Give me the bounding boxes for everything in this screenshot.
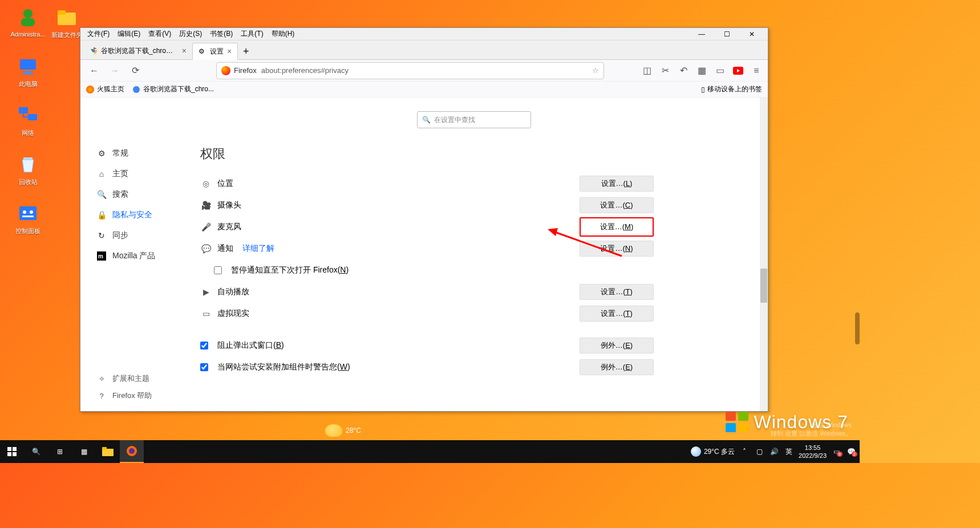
autoplay-settings-button[interactable]: 设置…(T) xyxy=(580,284,654,300)
desktop-icon-network[interactable]: 网络 xyxy=(8,104,48,137)
menu-view[interactable]: 查看(V) xyxy=(145,28,175,40)
sidebar-item-privacy[interactable]: 🔒 隐私与安全 xyxy=(96,205,200,225)
home-icon: ⌂ xyxy=(96,169,107,179)
taskbar-search[interactable]: 🔍 xyxy=(24,440,48,463)
maximize-button[interactable]: ☐ xyxy=(714,28,739,40)
taskbar-explorer[interactable] xyxy=(96,440,120,463)
menu-help[interactable]: 帮助(H) xyxy=(268,28,298,40)
search-icon: 🔍 xyxy=(96,189,107,200)
bookmark-firefox-home[interactable]: 火狐主页 xyxy=(86,84,124,94)
taskbar-apps[interactable]: ▦ xyxy=(72,440,96,463)
tray-weather[interactable]: 29°C 多云 xyxy=(691,446,735,457)
perm-row-camera: 🎥 摄像头 设置…(C) xyxy=(200,194,654,216)
desktop-icon-control[interactable]: 控制面板 xyxy=(8,202,48,235)
svg-rect-7 xyxy=(19,107,28,113)
start-button[interactable] xyxy=(0,440,24,463)
minimize-button[interactable]: — xyxy=(689,28,714,40)
perm-row-autoplay: ▶ 自动播放 设置…(T) xyxy=(200,281,654,303)
desktop-icon-recycle[interactable]: 回收站 xyxy=(8,153,48,186)
sidebar-item-search[interactable]: 🔍 搜索 xyxy=(96,184,200,205)
sidebar-item-help[interactable]: ? Firefox 帮助 xyxy=(96,387,152,404)
taskbar-taskview[interactable]: ⊞ xyxy=(48,440,72,463)
lock-icon: 🔒 xyxy=(96,210,107,220)
perm-row-addon: 当网站尝试安装附加组件时警告您(W) 例外…(E) xyxy=(200,356,654,378)
user-icon xyxy=(17,6,39,29)
settings-search-input[interactable]: 🔍 在设置中查找 xyxy=(417,111,531,128)
tray-volume-icon[interactable]: 🔊 xyxy=(769,446,779,457)
taskbar-firefox[interactable] xyxy=(120,440,144,463)
tray: 29°C 多云 ˄ ▢ 🔊 英 13:55 2022/9/23 ▭ 9 💬 2 xyxy=(691,444,860,460)
popup-exceptions-button[interactable]: 例外…(E) xyxy=(580,338,654,354)
notif-learn-more-link[interactable]: 详细了解 xyxy=(242,243,274,254)
tray-action-center[interactable]: ▭ 9 xyxy=(831,446,841,457)
svg-rect-3 xyxy=(58,10,66,15)
sidebar-item-general[interactable]: ⚙ 常规 xyxy=(96,143,200,164)
chrome-icon xyxy=(132,86,140,94)
content-scrollbar[interactable] xyxy=(760,98,768,411)
tray-chevron-up-icon[interactable]: ˄ xyxy=(739,446,750,457)
menu-tools[interactable]: 工具(T) xyxy=(237,28,266,40)
tray-clock[interactable]: 13:55 2022/9/23 xyxy=(799,444,827,460)
sidebar-item-sync[interactable]: ↻ 同步 xyxy=(96,225,200,246)
svg-rect-22 xyxy=(726,412,736,421)
sidebar-item-extensions[interactable]: ✧ 扩展和主题 xyxy=(96,370,152,387)
tray-messages[interactable]: 💬 2 xyxy=(846,446,856,457)
svg-rect-31 xyxy=(102,447,107,450)
computer-icon xyxy=(17,55,39,78)
apps-icon[interactable]: ▦ xyxy=(696,65,707,76)
bookmark-star-icon[interactable]: ☆ xyxy=(592,66,599,75)
popup-block-checkbox[interactable] xyxy=(200,342,208,350)
notif-settings-button[interactable]: 设置…(N) xyxy=(580,241,654,257)
sidebar-item-home[interactable]: ⌂ 主页 xyxy=(96,164,200,184)
sidebar-toggle-icon[interactable]: ◫ xyxy=(641,65,653,76)
desktop-icon-admin[interactable]: Administra... xyxy=(8,6,48,38)
menu-history[interactable]: 历史(S) xyxy=(176,28,205,40)
back-button[interactable]: ← xyxy=(86,63,102,79)
camera-settings-button[interactable]: 设置…(C) xyxy=(580,197,654,213)
desktop-scrollbar[interactable] xyxy=(855,312,860,344)
windows-logo-icon xyxy=(724,411,751,433)
url-input[interactable]: Firefox about:preferences#privacy ☆ xyxy=(216,62,604,79)
hamburger-menu-icon[interactable]: ≡ xyxy=(751,65,762,76)
sidebar-item-mozilla[interactable]: m Mozilla 产品 xyxy=(96,246,200,266)
tab-settings[interactable]: ⚙ 设置 × xyxy=(192,43,238,60)
search-icon: 🔍 xyxy=(422,116,431,124)
svg-rect-27 xyxy=(13,447,17,451)
menubar: 文件(F) 编辑(E) 查看(V) 历史(S) 书签(B) 工具(T) 帮助(H… xyxy=(80,28,768,40)
desktop-weather-widget[interactable]: 28°C xyxy=(325,424,361,437)
mobile-bookmarks[interactable]: ▯ 移动设备上的书签 xyxy=(701,84,762,94)
new-tab-button[interactable]: + xyxy=(238,43,254,59)
menu-file[interactable]: 文件(F) xyxy=(84,28,113,40)
scroll-thumb[interactable] xyxy=(760,269,767,303)
tray-ime[interactable]: 英 xyxy=(784,446,794,457)
location-settings-button[interactable]: 设置…(L) xyxy=(580,176,654,192)
tab-chrome-download[interactable]: 谷歌浏览器下载_chrome浏览器 × xyxy=(84,42,192,59)
addon-exceptions-button[interactable]: 例外…(E) xyxy=(580,359,654,375)
bookmark-chrome[interactable]: 谷歌浏览器下载_chro... xyxy=(132,84,214,94)
close-icon[interactable]: × xyxy=(227,47,232,56)
addon-warn-checkbox[interactable] xyxy=(200,363,208,371)
desktop-icon-thispc[interactable]: 此电脑 xyxy=(8,55,48,88)
screenshot-icon[interactable]: ✂ xyxy=(659,65,671,76)
svg-rect-24 xyxy=(726,423,736,432)
undo-icon[interactable]: ↶ xyxy=(678,65,689,76)
close-icon[interactable]: × xyxy=(182,46,187,55)
mic-settings-button[interactable]: 设置…(M) xyxy=(580,217,654,237)
weather-icon xyxy=(325,424,342,437)
pause-notif-checkbox[interactable] xyxy=(214,266,222,274)
reload-button[interactable]: ⟳ xyxy=(127,63,143,79)
toolbar-icons: ◫ ✂ ↶ ▦ ▭ ≡ xyxy=(641,65,762,76)
tray-network-icon[interactable]: ▢ xyxy=(754,446,764,457)
close-button[interactable]: ✕ xyxy=(739,28,764,40)
window-controls: — ☐ ✕ xyxy=(689,28,764,40)
puzzle-icon: ✧ xyxy=(96,373,107,384)
menu-edit[interactable]: 编辑(E) xyxy=(114,28,144,40)
svg-rect-25 xyxy=(738,423,748,432)
vr-settings-button[interactable]: 设置…(T) xyxy=(580,306,654,322)
reader-icon[interactable]: ▭ xyxy=(714,65,726,76)
bookmarks-toolbar: 火狐主页 谷歌浏览器下载_chro... ▯ 移动设备上的书签 xyxy=(80,82,768,98)
perm-row-location: ◎ 位置 设置…(L) xyxy=(200,173,654,194)
menu-bookmarks[interactable]: 书签(B) xyxy=(206,28,236,40)
youtube-icon[interactable] xyxy=(732,65,744,76)
tab-title: 谷歌浏览器下载_chrome浏览器 xyxy=(101,46,179,56)
